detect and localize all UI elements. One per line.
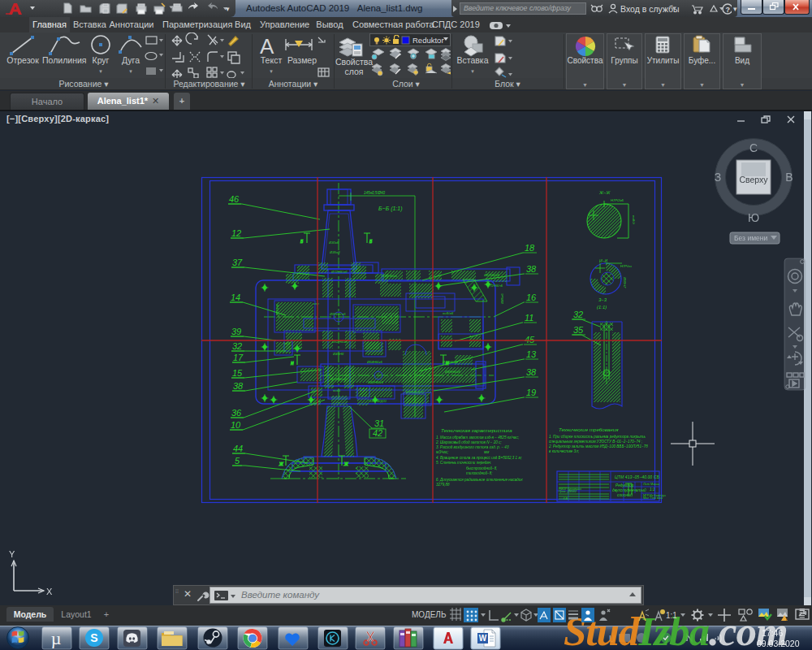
svg-text:?: ?: [726, 6, 731, 14]
svg-text:Вход в службы: Вход в службы: [620, 4, 680, 14]
svg-text:З: З: [715, 171, 721, 184]
svg-text:X: X: [46, 587, 53, 596]
svg-text:µ: µ: [51, 628, 62, 648]
svg-text:Сверху: Сверху: [739, 175, 768, 184]
svg-text:S: S: [90, 631, 97, 644]
svg-text:С: С: [749, 141, 758, 154]
svg-text:Y: Y: [9, 549, 15, 559]
svg-text:Без имени: Без имени: [734, 234, 767, 242]
svg-text:1:1: 1:1: [666, 611, 677, 620]
svg-text:Reduktor: Reduktor: [412, 36, 444, 45]
svg-text:Ю: Ю: [748, 211, 759, 224]
svg-text:В: В: [785, 171, 793, 184]
svg-text:W: W: [479, 634, 487, 643]
svg-text:!: !: [786, 617, 788, 622]
